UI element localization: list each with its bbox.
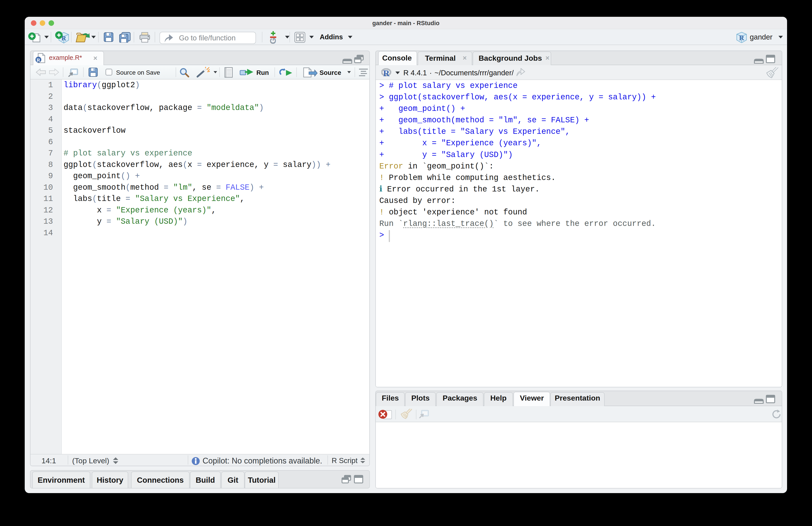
svg-text:R: R bbox=[37, 57, 40, 63]
svg-text:R: R bbox=[739, 34, 744, 42]
svg-text:G: G bbox=[269, 38, 277, 44]
svg-text:R: R bbox=[383, 68, 390, 77]
